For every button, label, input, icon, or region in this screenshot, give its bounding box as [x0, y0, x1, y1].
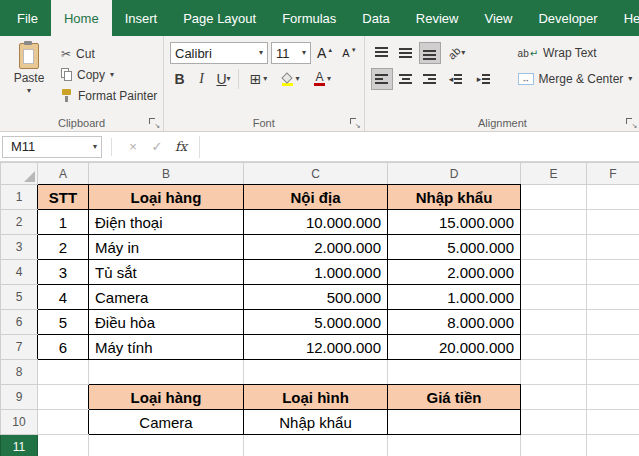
- underline-button[interactable]: U ▾: [214, 68, 233, 90]
- cell-D7[interactable]: 20.000.000: [388, 335, 521, 360]
- row-header-2[interactable]: 2: [1, 210, 38, 235]
- cell-B2[interactable]: Điện thoại: [89, 210, 244, 235]
- cell-E6[interactable]: [521, 310, 587, 335]
- cell-E1[interactable]: [521, 185, 587, 210]
- cell-B3[interactable]: Máy in: [89, 235, 244, 260]
- cell-E3[interactable]: [521, 235, 587, 260]
- cell-B5[interactable]: Camera: [89, 285, 244, 310]
- cell-E4[interactable]: [521, 260, 587, 285]
- cell-D6[interactable]: 8.000.000: [388, 310, 521, 335]
- row-header-7[interactable]: 7: [1, 335, 38, 360]
- row-header-8[interactable]: 8: [1, 360, 38, 385]
- font-color-button[interactable]: A ▾: [308, 68, 337, 90]
- cell-D10[interactable]: [388, 410, 521, 435]
- insert-function-button[interactable]: fx: [169, 135, 193, 159]
- middle-align-button[interactable]: [395, 42, 417, 64]
- decrease-indent-button[interactable]: ◂: [443, 68, 469, 90]
- row-header-11[interactable]: 11: [1, 435, 38, 456]
- tab-home[interactable]: Home: [51, 0, 112, 36]
- cell-B10[interactable]: Camera: [89, 410, 244, 435]
- cell-B9[interactable]: Loại hàng: [89, 385, 244, 410]
- orientation-button[interactable]: ab▾: [443, 42, 471, 64]
- tab-view[interactable]: View: [471, 0, 525, 36]
- tab-page-layout[interactable]: Page Layout: [170, 0, 269, 36]
- cell-E11[interactable]: [521, 435, 587, 456]
- cell-E5[interactable]: [521, 285, 587, 310]
- cell-E10[interactable]: [521, 410, 587, 435]
- cell-B8[interactable]: [89, 360, 244, 385]
- cell-A4[interactable]: 3: [38, 260, 89, 285]
- cell-D9[interactable]: Giá tiền: [388, 385, 521, 410]
- merge-center-button[interactable]: ↔ Merge & Center ▾: [514, 68, 637, 90]
- cell-B11[interactable]: [89, 435, 244, 456]
- bold-button[interactable]: B: [170, 68, 189, 90]
- clipboard-dialog-launcher[interactable]: [149, 118, 159, 128]
- name-box-dropdown-icon[interactable]: ▾: [93, 143, 97, 151]
- cell-C4[interactable]: 1.000.000: [244, 260, 388, 285]
- cell-D2[interactable]: 15.000.000: [388, 210, 521, 235]
- cell-A2[interactable]: 1: [38, 210, 89, 235]
- cell-E2[interactable]: [521, 210, 587, 235]
- cell-A5[interactable]: 4: [38, 285, 89, 310]
- borders-button[interactable]: ⊞ ▾: [244, 68, 273, 90]
- tab-data[interactable]: Data: [349, 0, 402, 36]
- cell-F3[interactable]: [587, 235, 639, 260]
- cell-C1[interactable]: Nội địa: [244, 185, 388, 210]
- format-painter-button[interactable]: Format Painter: [58, 86, 160, 105]
- cell-F7[interactable]: [587, 335, 639, 360]
- row-header-10[interactable]: 10: [1, 410, 38, 435]
- cell-A9[interactable]: [38, 385, 89, 410]
- col-header-A[interactable]: A: [38, 163, 89, 185]
- align-left-button[interactable]: [371, 68, 393, 90]
- tab-developer[interactable]: Developer: [525, 0, 610, 36]
- paste-button[interactable]: Paste ▾: [6, 40, 52, 115]
- cell-F8[interactable]: [587, 360, 639, 385]
- cell-D5[interactable]: 1.000.000: [388, 285, 521, 310]
- font-size-select[interactable]: 11 ▾: [271, 42, 311, 64]
- align-right-button[interactable]: [419, 68, 441, 90]
- increase-indent-button[interactable]: ▸: [471, 68, 497, 90]
- cell-F5[interactable]: [587, 285, 639, 310]
- top-align-button[interactable]: [371, 42, 393, 64]
- fill-color-button[interactable]: ▾: [276, 68, 305, 90]
- tab-file[interactable]: File: [4, 0, 51, 36]
- cell-A10[interactable]: [38, 410, 89, 435]
- cell-A11[interactable]: [38, 435, 89, 456]
- tab-review[interactable]: Review: [403, 0, 472, 36]
- cell-D3[interactable]: 5.000.000: [388, 235, 521, 260]
- cell-E9[interactable]: [521, 385, 587, 410]
- formula-input[interactable]: [199, 136, 639, 158]
- row-header-3[interactable]: 3: [1, 235, 38, 260]
- wrap-text-button[interactable]: ab↵ Wrap Text: [514, 42, 601, 64]
- cell-D4[interactable]: 2.000.000: [388, 260, 521, 285]
- cell-C11[interactable]: [244, 435, 388, 456]
- cell-F11[interactable]: [587, 435, 639, 456]
- cell-C7[interactable]: 12.000.000: [244, 335, 388, 360]
- row-header-4[interactable]: 4: [1, 260, 38, 285]
- row-header-9[interactable]: 9: [1, 385, 38, 410]
- col-header-E[interactable]: E: [521, 163, 587, 185]
- cell-A7[interactable]: 6: [38, 335, 89, 360]
- cell-C8[interactable]: [244, 360, 388, 385]
- cell-F2[interactable]: [587, 210, 639, 235]
- font-name-select[interactable]: Calibri ▾: [170, 42, 268, 64]
- cell-D1[interactable]: Nhập khẩu: [388, 185, 521, 210]
- cell-C10[interactable]: Nhập khẩu: [244, 410, 388, 435]
- cell-C9[interactable]: Loại hình: [244, 385, 388, 410]
- name-box[interactable]: M11 ▾: [2, 136, 102, 158]
- col-header-C[interactable]: C: [244, 163, 388, 185]
- cell-A6[interactable]: 5: [38, 310, 89, 335]
- col-header-B[interactable]: B: [89, 163, 244, 185]
- cell-A8[interactable]: [38, 360, 89, 385]
- center-button[interactable]: [395, 68, 417, 90]
- enter-button[interactable]: ✓: [145, 135, 169, 159]
- cell-F4[interactable]: [587, 260, 639, 285]
- row-header-5[interactable]: 5: [1, 285, 38, 310]
- cell-D11[interactable]: [388, 435, 521, 456]
- cancel-button[interactable]: ×: [121, 135, 145, 159]
- increase-font-size-button[interactable]: A▲: [314, 45, 336, 62]
- row-header-6[interactable]: 6: [1, 310, 38, 335]
- cell-A3[interactable]: 2: [38, 235, 89, 260]
- col-header-F[interactable]: F: [587, 163, 639, 185]
- italic-button[interactable]: I: [192, 68, 211, 90]
